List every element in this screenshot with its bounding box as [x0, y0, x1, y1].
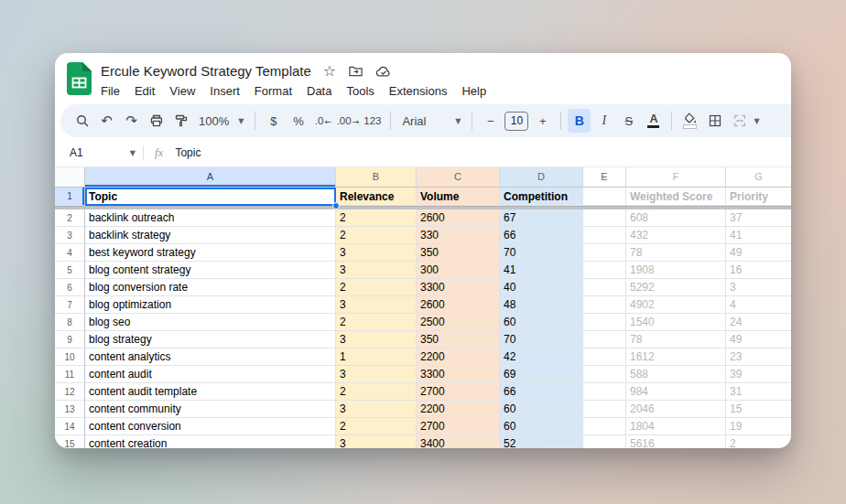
- italic-button[interactable]: I: [592, 109, 615, 133]
- cell-D15[interactable]: 52: [500, 435, 583, 448]
- cell-G14[interactable]: 19: [726, 418, 791, 435]
- row-header-4[interactable]: 4: [55, 244, 85, 262]
- menu-view[interactable]: View: [162, 82, 202, 100]
- cell-D13[interactable]: 60: [500, 401, 583, 418]
- cell-C7[interactable]: 2600: [417, 296, 500, 314]
- cell-F9[interactable]: 78: [626, 331, 726, 349]
- cell-E7[interactable]: [583, 296, 626, 314]
- cell-E2[interactable]: [583, 209, 626, 227]
- cell-D14[interactable]: 60: [500, 418, 583, 435]
- cell-A5[interactable]: blog content strategy: [85, 262, 336, 279]
- increase-decimal-button[interactable]: .00→: [336, 109, 359, 133]
- menu-data[interactable]: Data: [299, 82, 339, 100]
- name-box[interactable]: A1 ▼: [55, 146, 143, 159]
- cell-B12[interactable]: 2: [336, 383, 417, 401]
- cell-A9[interactable]: blog strategy: [85, 331, 336, 349]
- cell-B1[interactable]: Relevance: [336, 188, 417, 206]
- print-button[interactable]: [145, 109, 168, 133]
- decrease-decimal-button[interactable]: .0←: [311, 109, 334, 133]
- column-header-E[interactable]: E: [583, 167, 626, 188]
- cell-D6[interactable]: 40: [500, 279, 583, 296]
- cell-C1[interactable]: Volume: [417, 188, 500, 206]
- menu-help[interactable]: Help: [454, 82, 494, 100]
- cell-D7[interactable]: 48: [500, 296, 583, 314]
- cell-E1[interactable]: [583, 188, 626, 206]
- cell-C6[interactable]: 3300: [417, 279, 500, 296]
- cell-C9[interactable]: 350: [417, 331, 500, 349]
- cell-G12[interactable]: 31: [726, 383, 791, 401]
- cell-D5[interactable]: 41: [500, 262, 583, 279]
- cell-G13[interactable]: 15: [726, 401, 791, 418]
- cell-D12[interactable]: 66: [500, 383, 583, 401]
- cell-E13[interactable]: [583, 401, 626, 418]
- cell-F3[interactable]: 432: [626, 227, 726, 244]
- cell-D4[interactable]: 70: [500, 244, 583, 262]
- row-header-2[interactable]: 2: [55, 209, 85, 227]
- cell-B5[interactable]: 3: [336, 262, 417, 279]
- cell-C13[interactable]: 2200: [417, 401, 500, 418]
- cell-A3[interactable]: backlink strategy: [85, 227, 336, 244]
- cell-E5[interactable]: [583, 262, 626, 279]
- cell-A1[interactable]: Topic: [85, 188, 336, 206]
- fill-color-button[interactable]: [678, 109, 701, 133]
- cell-B8[interactable]: 2: [336, 314, 417, 331]
- cell-D11[interactable]: 69: [500, 366, 583, 383]
- menu-tools[interactable]: Tools: [339, 82, 381, 100]
- cell-C14[interactable]: 2700: [417, 418, 500, 435]
- cell-G3[interactable]: 41: [726, 227, 791, 244]
- row-header-7[interactable]: 7: [55, 296, 85, 314]
- cell-E14[interactable]: [583, 418, 626, 435]
- cell-E9[interactable]: [583, 331, 626, 349]
- cell-B10[interactable]: 1: [336, 349, 417, 366]
- menu-format[interactable]: Format: [247, 82, 299, 100]
- cell-G4[interactable]: 49: [726, 244, 791, 262]
- cell-C12[interactable]: 2700: [417, 383, 500, 401]
- cell-C10[interactable]: 2200: [417, 349, 500, 366]
- font-size-input[interactable]: 10: [504, 112, 528, 131]
- select-all-corner[interactable]: [55, 167, 85, 188]
- cell-B11[interactable]: 3: [336, 366, 417, 383]
- cell-B15[interactable]: 3: [336, 435, 417, 448]
- cell-F5[interactable]: 1908: [626, 262, 726, 279]
- cell-A4[interactable]: best keyword strategy: [85, 244, 336, 262]
- cell-C4[interactable]: 350: [417, 244, 500, 262]
- column-header-C[interactable]: C: [417, 167, 500, 188]
- currency-button[interactable]: $: [262, 109, 285, 133]
- cell-A6[interactable]: blog conversion rate: [85, 279, 336, 296]
- cell-B14[interactable]: 2: [336, 418, 417, 435]
- cell-B3[interactable]: 2: [336, 227, 417, 244]
- row-header-12[interactable]: 12: [55, 383, 85, 401]
- more-formats-button[interactable]: 123: [361, 109, 384, 133]
- cell-C3[interactable]: 330: [417, 227, 500, 244]
- menu-edit[interactable]: Edit: [127, 82, 162, 100]
- cell-F11[interactable]: 588: [626, 366, 726, 383]
- increase-font-size-button[interactable]: +: [531, 109, 554, 133]
- move-folder-icon[interactable]: [348, 64, 363, 78]
- font-select[interactable]: Arial ▼: [396, 109, 466, 133]
- row-header-8[interactable]: 8: [55, 314, 85, 331]
- fill-handle[interactable]: [332, 202, 340, 209]
- cell-E15[interactable]: [583, 435, 626, 448]
- cell-G2[interactable]: 37: [726, 209, 791, 227]
- cell-E10[interactable]: [583, 349, 626, 366]
- cloud-status-icon[interactable]: [375, 65, 392, 78]
- cell-A11[interactable]: content audit: [85, 366, 336, 383]
- cell-D10[interactable]: 42: [500, 349, 583, 366]
- document-title[interactable]: Ercule Keyword Strategy Template: [101, 63, 311, 79]
- cell-E8[interactable]: [583, 314, 626, 331]
- cell-C11[interactable]: 3300: [417, 366, 500, 383]
- row-header-5[interactable]: 5: [55, 262, 85, 279]
- column-header-A[interactable]: A: [85, 167, 336, 188]
- row-header-6[interactable]: 6: [55, 279, 85, 296]
- cell-B13[interactable]: 3: [336, 401, 417, 418]
- cell-A2[interactable]: backlink outreach: [85, 209, 336, 227]
- cell-G5[interactable]: 16: [726, 262, 791, 279]
- cell-F2[interactable]: 608: [626, 209, 726, 227]
- cell-C5[interactable]: 300: [417, 262, 500, 279]
- cell-G15[interactable]: 2: [726, 435, 791, 448]
- cell-A7[interactable]: blog optimization: [85, 296, 336, 314]
- cell-B7[interactable]: 3: [336, 296, 417, 314]
- borders-button[interactable]: [703, 109, 726, 133]
- formula-input[interactable]: Topic: [175, 146, 201, 159]
- cell-G11[interactable]: 39: [726, 366, 791, 383]
